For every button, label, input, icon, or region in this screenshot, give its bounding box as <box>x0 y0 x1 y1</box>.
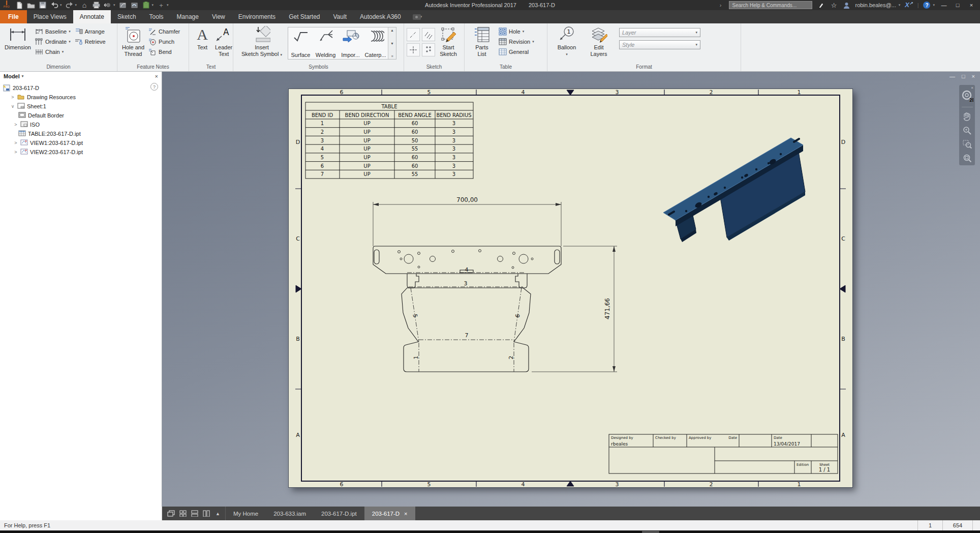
text-button[interactable]: A Text <box>192 25 213 51</box>
tab-my-home[interactable]: My Home <box>226 507 266 520</box>
tab-tools[interactable]: Tools <box>143 10 170 23</box>
title-block[interactable]: Designed by Checked by Approved by Date … <box>609 434 838 473</box>
help-icon[interactable]: ? <box>923 2 930 9</box>
balloon-dropdown[interactable]: ▾ <box>566 51 568 57</box>
graphics-canvas[interactable]: — □ × × 2D <box>162 72 980 507</box>
expand-icon[interactable]: > <box>13 140 18 145</box>
expand-icon[interactable]: > <box>10 95 15 100</box>
caterpillar-symbol-button[interactable]: Caterp... <box>363 27 388 59</box>
zoom-button[interactable] <box>962 126 972 135</box>
tree-item-default-border[interactable]: Default Border <box>0 111 162 120</box>
redo-dropdown[interactable]: ▾ <box>75 3 77 7</box>
panel-label-dimension[interactable]: Dimension <box>0 64 117 71</box>
expand-icon[interactable]: > <box>13 122 18 127</box>
view1-flat-pattern[interactable]: 1 2 3 4 5 6 7 700,00 <box>373 196 617 372</box>
tile-windows-icon[interactable] <box>179 510 187 517</box>
width-dimension-text[interactable]: 700,00 <box>456 196 478 203</box>
tab-autodesk-a360[interactable]: Autodesk A360 <box>353 10 408 23</box>
tree-item-view1[interactable]: > VIEW1:203-617-D.ipt <box>0 138 162 147</box>
tab-203-633-iam[interactable]: 203-633.iam <box>266 507 314 520</box>
undo-dropdown[interactable]: ▾ <box>60 3 62 7</box>
centered-pattern-button[interactable] <box>422 43 435 56</box>
panel-label-table[interactable]: Table <box>465 64 547 71</box>
zoom-window-button[interactable] <box>962 139 972 149</box>
sketch-symbol-dropdown[interactable]: ▾ <box>280 53 282 56</box>
height-dimension-text[interactable]: 471,66 <box>604 298 611 319</box>
start-sketch-button[interactable]: Start Sketch <box>435 25 462 57</box>
favorites-star-icon[interactable]: ☆ <box>830 1 838 9</box>
doc-restore-button[interactable]: □ <box>962 73 965 79</box>
welding-symbol-button[interactable]: Impor... Welding <box>313 27 338 59</box>
revision-table-button[interactable]: Revision▾ <box>497 37 536 47</box>
qat-customize-dropdown[interactable]: ▾ <box>167 3 169 7</box>
return-icon[interactable] <box>104 1 112 9</box>
panel-label-feature-notes[interactable]: Feature Notes <box>117 64 189 71</box>
user-dropdown[interactable]: ▾ <box>899 3 901 7</box>
print-icon[interactable] <box>92 1 100 9</box>
signed-in-user[interactable]: robin.beales@... <box>855 2 896 8</box>
layer-select[interactable]: Layer▾ <box>619 28 700 37</box>
save-icon[interactable] <box>39 1 47 9</box>
ordinate-button[interactable]: Ordinate▾ <box>33 37 73 47</box>
inventor-logo-icon[interactable]: IPRO <box>2 1 12 10</box>
return-dropdown[interactable]: ▾ <box>113 3 115 7</box>
close-button[interactable]: × <box>967 2 976 8</box>
minimize-button[interactable]: — <box>939 2 948 8</box>
gallery-scrollbar[interactable]: ▲ ▼ ≡ <box>388 27 396 59</box>
hole-table-button[interactable]: Hole▾ <box>497 26 536 37</box>
edit-layers-button[interactable]: Edit Layers <box>584 25 614 57</box>
chain-button[interactable]: Chain▾ <box>33 47 73 57</box>
gallery-scroll-down-icon[interactable]: ▼ <box>390 42 394 45</box>
home-icon[interactable]: ⌂ <box>80 1 88 9</box>
centerline-bisector-button[interactable] <box>422 28 435 41</box>
collapse-icon[interactable]: ∨ <box>10 104 15 109</box>
add-command-icon[interactable]: + <box>157 1 165 9</box>
redo-icon[interactable] <box>66 1 74 9</box>
tree-item-view2[interactable]: > VIEW2:203-617-D.ipt <box>0 147 162 157</box>
tree-item-sheet1[interactable]: ∨ Sheet:1 <box>0 102 162 111</box>
tab-203-617-D[interactable]: 203-617-D× <box>364 507 415 520</box>
new-file-icon[interactable] <box>15 1 23 9</box>
cascade-windows-icon[interactable] <box>167 510 175 517</box>
baseline-button[interactable]: Baseline▾ <box>33 26 73 37</box>
tab-view[interactable]: View <box>205 10 232 23</box>
undo-icon[interactable] <box>50 1 58 9</box>
tab-203-617-D-ipt[interactable]: 203-617-D.ipt <box>314 507 364 520</box>
arrange-button[interactable]: Arrange <box>73 26 108 37</box>
search-expand-chevron[interactable]: › <box>716 1 724 9</box>
tile-horizontal-icon[interactable] <box>191 510 198 517</box>
tree-item-drawing-resources[interactable]: > Drawing Resources <box>0 93 162 102</box>
insert-sketch-symbol-button[interactable]: Insert Sketch Symbol ▾ <box>236 25 288 58</box>
restore-button[interactable]: □ <box>953 2 962 8</box>
gallery-scroll-up-icon[interactable]: ▲ <box>390 28 394 32</box>
tab-close-icon[interactable]: × <box>404 511 407 517</box>
steering-wheel-2d-button[interactable]: 2D <box>961 90 973 102</box>
zoom-all-button[interactable] <box>962 153 972 162</box>
tab-sketch[interactable]: Sketch <box>111 10 143 23</box>
expand-tabs-icon[interactable]: ▲ <box>216 511 220 516</box>
exchange-apps-icon[interactable]: X↗ <box>905 1 912 9</box>
view2-isometric[interactable] <box>663 138 805 242</box>
punch-button[interactable]: Punch <box>146 37 182 47</box>
screencast-button[interactable]: ▾ <box>413 10 422 23</box>
panel-label-format[interactable]: Format <box>547 64 741 71</box>
style-select[interactable]: Style▾ <box>619 40 700 49</box>
panel-label-text[interactable]: Text <box>189 64 233 71</box>
tree-item-root[interactable]: 203-617-D <box>0 83 162 93</box>
retrieve-button[interactable]: Retrieve <box>73 37 108 47</box>
hole-table-dropdown[interactable]: ▾ <box>523 29 525 34</box>
pan-button[interactable] <box>962 112 972 121</box>
tree-item-iso[interactable]: > ISO <box>0 120 162 129</box>
update-icon[interactable] <box>119 1 127 9</box>
navigation-bar[interactable]: × 2D <box>959 85 975 165</box>
balloon-button[interactable]: 1 Balloon ▾ <box>550 25 584 57</box>
revision-table-dropdown[interactable]: ▾ <box>532 40 534 44</box>
tab-get-started[interactable]: Get Started <box>282 10 326 23</box>
leader-text-button[interactable]: A Leader Text <box>213 25 234 57</box>
dimension-button[interactable]: Dimension <box>3 25 33 51</box>
browser-help-icon[interactable]: ? <box>150 83 158 91</box>
drawing-sheet[interactable]: 654321 654321 DCBA DCBA TABLE BEND IDBEN… <box>289 89 852 487</box>
ordinate-dropdown[interactable]: ▾ <box>69 40 71 44</box>
dimension-700[interactable] <box>373 202 561 246</box>
import-symbol-button[interactable]: Impor... <box>338 27 363 59</box>
